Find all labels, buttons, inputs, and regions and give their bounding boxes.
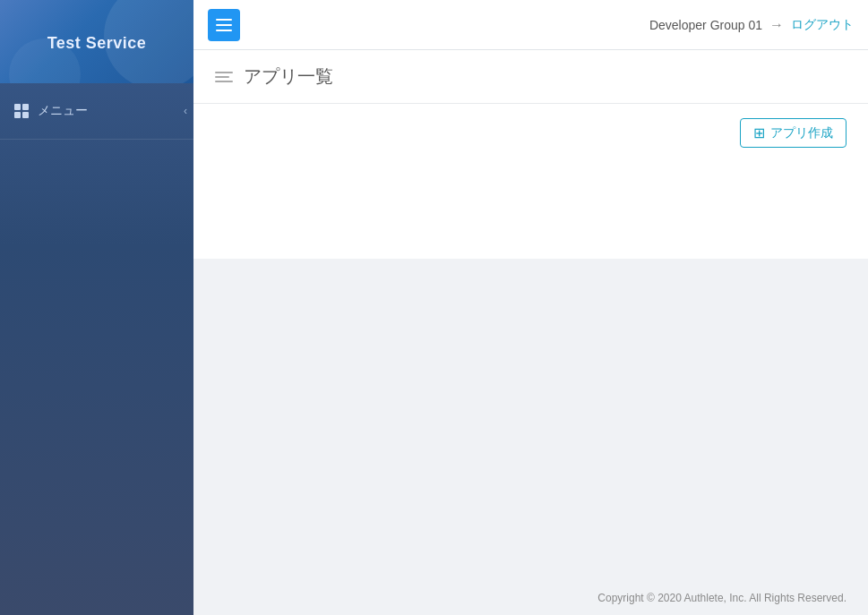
list-icon: [215, 72, 233, 82]
copyright-text: Copyright © 2020 Authlete, Inc. All Righ…: [597, 592, 847, 604]
main-content: Developer Group 01 → ログアウト アプリ一覧 ⊞ アプリ作成: [193, 0, 868, 615]
hamburger-button[interactable]: [208, 9, 240, 41]
content-area: アプリ一覧 ⊞ アプリ作成 Copyright © 2020 Authlete,…: [193, 50, 868, 615]
page-title: アプリ一覧: [244, 64, 333, 89]
sidebar: Test Service メニュー ‹: [0, 0, 193, 615]
topbar-user: Developer Group 01: [649, 18, 762, 32]
sidebar-menu-label: メニュー: [38, 103, 88, 119]
sidebar-title: Test Service: [47, 34, 147, 53]
hamburger-line-1: [216, 19, 232, 21]
content-header: アプリ一覧: [193, 50, 868, 104]
sidebar-collapse-button[interactable]: ‹: [176, 102, 194, 120]
grid-icon: [14, 104, 29, 118]
hamburger-line-2: [216, 24, 232, 26]
logout-icon: →: [769, 17, 784, 33]
create-app-button[interactable]: ⊞ アプリ作成: [740, 118, 847, 148]
sidebar-menu-section: メニュー ‹: [0, 83, 193, 140]
create-app-label: アプリ作成: [770, 125, 833, 141]
logout-button[interactable]: ログアウト: [791, 17, 854, 33]
sidebar-header: Test Service: [0, 0, 193, 83]
content-body: ⊞ アプリ作成: [193, 104, 868, 259]
gray-area: [193, 259, 868, 581]
hamburger-line-3: [216, 30, 232, 31]
footer: Copyright © 2020 Authlete, Inc. All Righ…: [193, 581, 868, 615]
create-app-plus-icon: ⊞: [753, 124, 765, 141]
sidebar-item-menu[interactable]: メニュー: [0, 94, 193, 128]
topbar: Developer Group 01 → ログアウト: [193, 0, 868, 50]
topbar-right: Developer Group 01 → ログアウト: [649, 17, 854, 33]
